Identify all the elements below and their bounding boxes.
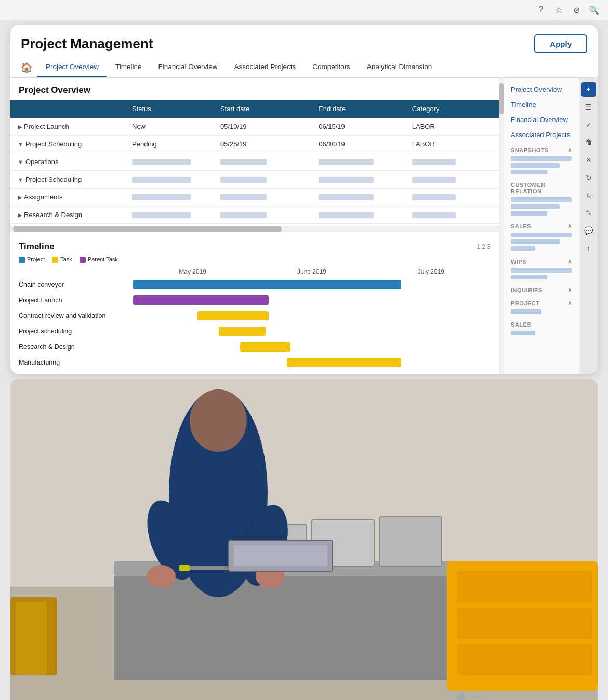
sidebar-bar [511,204,560,209]
chat-button[interactable]: 💬 [581,223,596,238]
home-icon[interactable]: 🏠 [16,58,37,77]
timeline-pages: 1 2 3 [477,243,491,250]
expand-icon[interactable]: ▼ [18,141,23,147]
tab-competitors[interactable]: Competitors [304,58,359,77]
svg-rect-4 [16,602,47,675]
tab-timeline[interactable]: Timeline [107,58,150,77]
row-end: 06/15/19 [311,118,405,136]
expand-icon[interactable]: ▶ [18,124,22,130]
sidebar-section-sales-sub: SALES [504,317,579,330]
tab-associated-projects[interactable]: Associated Projects [226,58,305,77]
sidebar-bar [511,211,547,216]
project-table: Status Start date End date Category ▶Pro… [10,100,499,224]
sidebar-bar [511,170,547,174]
sidebar-section-inquiries: INQUIRIES ∧ [504,282,579,295]
gantt-chart: May 2019 June 2019 July 2019 Chain conve… [19,268,491,369]
search-icon[interactable]: 🔍 [588,4,600,16]
row-status: New [125,118,213,136]
star-icon[interactable]: ☆ [553,4,564,16]
svg-rect-22 [187,566,229,570]
gantt-bar-area [133,327,491,336]
expand-icon[interactable]: ▶ [18,212,22,218]
gantt-bar [197,311,269,320]
table-row[interactable]: ▶Research & Design [10,206,499,224]
print-button[interactable]: ⎙ [581,188,596,203]
row-name: ▶Assignments [10,189,125,206]
legend-parent-task: Parent Task [80,256,118,263]
collapse-icon[interactable]: ∧ [567,223,572,230]
apply-button[interactable]: Apply [534,34,587,53]
sidebar-nav-project-overview[interactable]: Project Overview [504,82,579,97]
sidebar-bar [511,163,560,168]
collapse-icon[interactable]: ∧ [567,146,572,153]
gantt-bar [219,327,265,336]
sidebar-bar [511,197,572,202]
plus-button[interactable]: + [581,82,596,97]
gantt-label: Manufacturing [19,359,133,366]
collapse-icon[interactable]: ∧ [567,258,572,265]
table-row[interactable]: ▼Project Scheduling [10,171,499,189]
sidebar-bar [511,233,572,237]
upload-button[interactable]: ↑ [581,241,596,255]
row-name: ▼Project Scheduling [10,136,125,153]
tab-financial-overview[interactable]: Financial Overview [150,58,226,77]
sidebar-bar [511,331,535,335]
sidebar-bar-group-customer [504,196,579,219]
sidebar-nav-timeline[interactable]: Timeline [504,97,579,112]
table-area: Project Overview Status Start date End d… [10,78,499,374]
timeline-section: Timeline 1 2 3 Project Task Parent Task [10,234,499,374]
col-start: Start date [213,100,311,118]
help-icon[interactable]: ? [535,4,547,16]
collapse-icon[interactable]: ∧ [567,287,572,293]
svg-rect-12 [457,608,592,639]
sidebar-bar [511,309,541,314]
sidebar-bar [511,156,572,161]
table-row[interactable]: ▼Operations [10,153,499,171]
sidebar-section-project-sub: PROJECT ∧ [504,295,579,308]
collapse-icon[interactable]: ∧ [567,300,572,306]
top-bar: ? ☆ ⊘ 🔍 [0,0,608,20]
refresh-button[interactable]: ↻ [581,170,596,185]
sidebar-bar [511,268,572,273]
trash-button[interactable]: 🗑 [581,135,596,150]
col-status: Status [125,100,213,118]
gantt-bar-area [133,295,491,305]
expand-icon[interactable]: ▼ [18,177,23,183]
timeline-title: Timeline [19,241,55,252]
table-row[interactable]: ▼Project Scheduling Pending 05/25/19 06/… [10,136,499,153]
gantt-label: Project scheduling [19,328,133,335]
expand-icon[interactable]: ▼ [18,159,23,165]
gantt-row-launch: Project Launch [19,294,491,306]
col-name [10,100,125,118]
table-row[interactable]: ▶Project Launch New 05/10/19 06/15/19 LA… [10,118,499,136]
col-end: End date [311,100,405,118]
expand-icon[interactable]: ▶ [18,194,22,200]
tab-analytical-dimension[interactable]: Analytical Dimension [359,58,440,77]
settings-icon[interactable]: ⊘ [571,4,582,16]
sidebar-scrollbar[interactable] [499,78,504,374]
timeline-header: Timeline 1 2 3 [19,241,491,252]
sidebar-bar-group-project [504,308,579,317]
main-ui-card: Project Management Apply 🏠 Project Overv… [10,25,598,374]
check-button[interactable]: ✓ [581,117,596,132]
gantt-bar-area [133,358,491,367]
gantt-bar [240,342,290,352]
pencil-button[interactable]: ✎ [581,206,596,220]
sidebar-nav-financial[interactable]: Financial Overview [504,112,579,127]
row-name: ▶Research & Design [10,206,125,224]
sidebar-bar [511,239,560,244]
right-sidebar: Project Overview Timeline Financial Over… [499,78,598,374]
list-button[interactable]: ☰ [581,100,596,114]
row-start: 05/10/19 [213,118,311,136]
row-category: LABOR [405,118,499,136]
tab-project-overview[interactable]: Project Overview [37,58,107,77]
gantt-months: May 2019 June 2019 July 2019 [133,268,491,275]
svg-rect-11 [457,571,592,602]
row-status: Pending [125,136,213,153]
sidebar-nav-associated[interactable]: Associated Projects [504,127,579,142]
row-name: ▶Project Launch [10,118,125,136]
table-scrollbar[interactable] [10,226,499,232]
table-row[interactable]: ▶Assignments [10,189,499,206]
sidebar-bar-group-sales-sub [504,330,579,339]
x-button[interactable]: ✕ [581,153,596,167]
